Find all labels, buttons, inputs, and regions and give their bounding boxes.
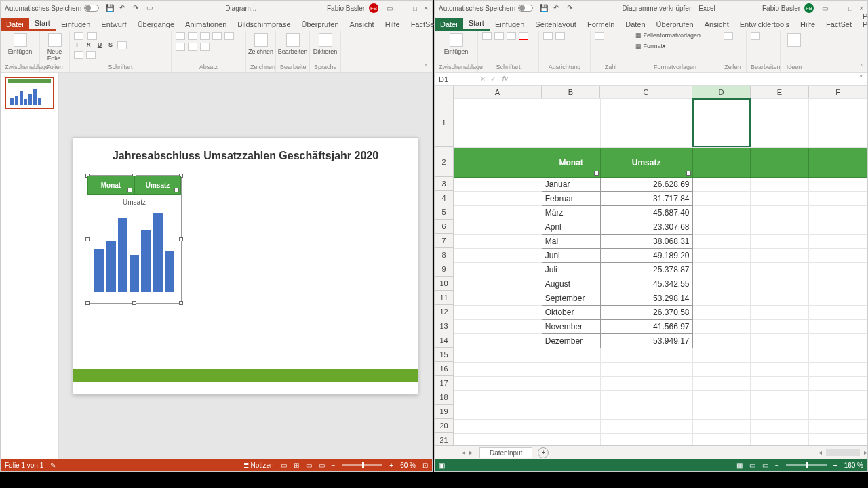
zoom-out-icon[interactable]: − — [775, 462, 779, 469]
cell[interactable] — [454, 277, 542, 291]
cell[interactable] — [751, 320, 809, 334]
cell[interactable] — [454, 377, 542, 391]
tab-review[interactable]: Überprüfen — [296, 18, 344, 30]
reading-view-icon[interactable]: ▭ — [306, 462, 312, 469]
cell[interactable] — [809, 306, 867, 320]
save-icon[interactable]: 💾 — [540, 4, 548, 12]
tab-formulas[interactable]: Formeln — [582, 18, 620, 30]
cell[interactable] — [751, 220, 809, 235]
cell[interactable] — [809, 235, 867, 249]
row-1[interactable]: 1 — [435, 98, 453, 147]
maximize-icon[interactable]: □ — [848, 5, 852, 12]
strike-button[interactable]: S — [106, 41, 115, 49]
sheet-tab-dateninput[interactable]: Dateninput — [479, 447, 532, 458]
cell[interactable] — [809, 206, 867, 220]
normal-view-icon[interactable]: ▭ — [281, 462, 287, 469]
cancel-icon[interactable]: × — [481, 75, 485, 83]
cell[interactable] — [542, 434, 600, 446]
tab-layout[interactable]: Seitenlayout — [530, 18, 582, 30]
user-badge[interactable]: FB — [804, 3, 814, 13]
cell[interactable]: 53.949,17 — [600, 334, 692, 348]
cell[interactable] — [751, 334, 809, 348]
tab-data[interactable]: Daten — [620, 18, 650, 30]
border-icon[interactable] — [494, 32, 504, 40]
draw-button[interactable]: Zeichnen — [250, 32, 271, 56]
cell[interactable]: 26.370,58 — [600, 306, 692, 320]
sheet-nav-next-icon[interactable]: ▸ — [469, 449, 473, 456]
cell[interactable] — [454, 192, 542, 206]
cell[interactable] — [692, 291, 751, 306]
filter-icon[interactable] — [686, 171, 691, 176]
row-6[interactable]: 6 — [435, 220, 453, 234]
user-badge[interactable]: FB — [369, 3, 378, 13]
slide-thumbnail-1[interactable] — [5, 77, 54, 109]
cell[interactable] — [600, 391, 692, 405]
cell[interactable] — [692, 178, 751, 192]
fit-icon[interactable]: ⊡ — [422, 462, 428, 469]
cell[interactable] — [542, 420, 600, 434]
col-F[interactable]: F — [809, 86, 867, 98]
redo-icon[interactable]: ↷ — [133, 4, 141, 12]
cell[interactable] — [454, 405, 542, 420]
cell[interactable]: 25.378,87 — [600, 263, 692, 277]
add-sheet-button[interactable]: + — [538, 447, 549, 458]
cell[interactable] — [600, 363, 692, 377]
filter-icon[interactable] — [174, 188, 179, 192]
cell[interactable]: 49.189,20 — [600, 249, 692, 263]
cell[interactable] — [454, 306, 542, 320]
cell[interactable] — [751, 148, 809, 178]
indent-inc-icon[interactable] — [212, 32, 222, 40]
hscroll-left-icon[interactable]: ◂ — [818, 449, 822, 456]
hscroll-right-icon[interactable]: ▸ — [864, 449, 867, 456]
bold-button[interactable]: F — [74, 41, 82, 49]
confirm-icon[interactable]: ✓ — [490, 75, 496, 83]
tab-file[interactable]: Datei — [435, 18, 463, 30]
cell[interactable]: 53.298,14 — [600, 291, 692, 306]
tab-design[interactable]: Entwurf — [96, 18, 132, 30]
toggle-icon[interactable] — [518, 5, 533, 12]
cell[interactable] — [692, 192, 751, 206]
cell[interactable] — [454, 348, 542, 363]
cell[interactable]: April — [542, 220, 600, 235]
cell[interactable]: 38.068,31 — [600, 235, 692, 249]
minimize-icon[interactable]: — — [399, 5, 406, 12]
collapse-ribbon-icon[interactable]: ˄ — [425, 64, 428, 70]
cell[interactable] — [809, 263, 867, 277]
resize-handle[interactable] — [179, 301, 183, 305]
align-right-icon[interactable] — [188, 43, 197, 51]
row-14[interactable]: 14 — [435, 333, 453, 348]
cell[interactable]: August — [542, 277, 600, 291]
cell[interactable] — [809, 391, 867, 405]
record-macro-icon[interactable]: ▣ — [439, 462, 445, 469]
cell[interactable] — [809, 277, 867, 291]
ribbon-options-icon[interactable]: ▭ — [387, 5, 393, 12]
row-20[interactable]: 20 — [435, 419, 453, 433]
tab-view[interactable]: Ansicht — [344, 18, 380, 30]
fx-icon[interactable]: fx — [502, 75, 508, 83]
cell[interactable]: 31.717,84 — [600, 192, 692, 206]
italic-button[interactable]: K — [85, 41, 93, 49]
cell[interactable] — [751, 178, 809, 192]
cell[interactable] — [692, 235, 751, 249]
number-fmt-icon[interactable] — [595, 32, 604, 40]
row-13[interactable]: 13 — [435, 319, 453, 333]
cell[interactable] — [692, 277, 751, 291]
cell[interactable]: September — [542, 291, 600, 306]
cell[interactable] — [809, 192, 867, 206]
cell[interactable] — [751, 363, 809, 377]
spellcheck-icon[interactable]: ✎ — [50, 462, 56, 469]
cell[interactable]: Oktober — [542, 306, 600, 320]
cell[interactable] — [809, 434, 867, 446]
cond-format-button[interactable]: ▦ Zellenformatvorlagen — [635, 32, 701, 39]
row-9[interactable]: 9 — [435, 262, 453, 277]
autosave-toggle[interactable]: Automatisches Speichern — [439, 5, 533, 12]
cell[interactable] — [542, 348, 600, 363]
cell[interactable] — [751, 291, 809, 306]
filter-icon[interactable] — [594, 171, 599, 176]
tab-help[interactable]: Hilfe — [795, 18, 821, 30]
tab-powerpivot[interactable]: Power Pivot — [857, 10, 868, 30]
maximize-icon[interactable]: □ — [413, 5, 417, 12]
toggle-icon[interactable] — [84, 5, 99, 12]
cell[interactable] — [809, 377, 867, 391]
cell[interactable] — [809, 348, 867, 363]
